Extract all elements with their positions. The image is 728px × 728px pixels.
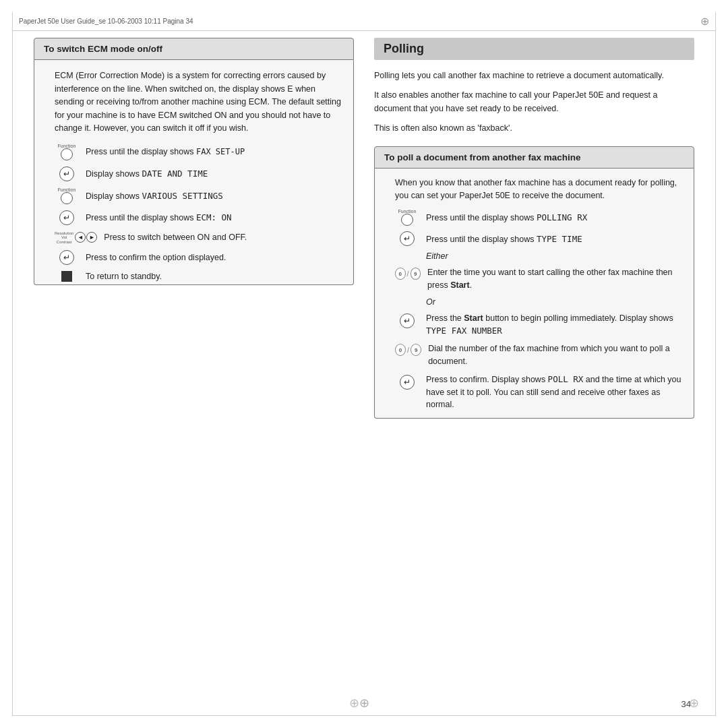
main-content: To switch ECM mode on/off ECM (Error Cor… — [34, 38, 694, 691]
function-icon-2: Function — [55, 187, 79, 204]
poll-enter-icon-1: ↵ — [395, 231, 419, 246]
header-crosshair: ⊕ — [700, 15, 709, 28]
poll-box-header: To poll a document from another fax mach… — [374, 146, 694, 169]
poll-step-5: 0 / 9 Dial the number of the fax machine… — [395, 342, 686, 368]
page-border-right — [715, 12, 716, 716]
poll-enter-icon-3: ↵ — [395, 373, 419, 390]
ecm-step-4: ↵ Press until the display shows ECM: ON — [55, 210, 344, 225]
polling-intro-2: It also enables another fax machine to c… — [374, 89, 694, 115]
step-7-text: To return to standby. — [86, 272, 162, 281]
enter-icon-3: ↵ — [55, 250, 79, 265]
right-column: Polling Polling lets you call another fa… — [374, 38, 694, 691]
ecm-step-2: ↵ Display shows DATE AND TIME — [55, 166, 344, 181]
either-label: Either — [426, 251, 448, 261]
poll-step-1: Function Press until the display shows P… — [395, 209, 686, 226]
ecm-box-header: To switch ECM mode on/off — [34, 38, 354, 60]
ecm-step-3: Function Display shows VARIOUS SETTINGS — [55, 187, 344, 204]
page-border-bottom — [12, 715, 716, 716]
poll-step-6-text: Press to confirm. Display shows POLL RX … — [426, 373, 686, 411]
ecm-description: ECM (Error Correction Mode) is a system … — [55, 69, 344, 135]
ecm-box-body: ECM (Error Correction Mode) is a system … — [34, 60, 354, 285]
bottom-center-crosshair: ⊕ — [359, 696, 369, 710]
poll-step-6: ↵ Press to confirm. Display shows POLL R… — [395, 373, 686, 411]
ecm-box: To switch ECM mode on/off ECM (Error Cor… — [34, 38, 354, 285]
ecm-step-7: To return to standby. — [55, 271, 344, 282]
ecm-steps: Function Press until the display shows F… — [55, 144, 344, 282]
polling-intro-3: This is often also known as 'faxback'. — [374, 122, 694, 135]
ecm-step-1: Function Press until the display shows F… — [55, 144, 344, 160]
poll-step-2: ↵ Press until the display shows TYPE TIM… — [395, 231, 686, 246]
enter-icon-1: ↵ — [55, 166, 79, 181]
poll-box: To poll a document from another fax mach… — [374, 146, 694, 419]
step-1-text: Press until the display shows FAX SET-UP — [86, 147, 245, 156]
stop-icon — [55, 271, 79, 282]
poll-or: Or — [426, 297, 686, 307]
step-6-text: Press to confirm the option displayed. — [86, 253, 226, 262]
header-bar: PaperJet 50e User Guide_se 10-06-2003 10… — [12, 12, 716, 31]
poll-steps: Function Press until the display shows P… — [395, 209, 686, 411]
poll-numpad-icon-1: 0 / 9 — [395, 266, 421, 280]
ecm-step-5: ResolutionVolContrast ◄ ► Press to switc… — [55, 231, 344, 245]
step-4-text: Press until the display shows ECM: ON — [86, 212, 232, 222]
step-2-text: Display shows DATE AND TIME — [86, 169, 208, 179]
poll-box-body: When you know that another fax machine h… — [374, 169, 694, 419]
step-3-text: Display shows VARIOUS SETTINGS — [86, 191, 223, 201]
poll-step-5-text: Dial the number of the fax machine from … — [428, 342, 686, 368]
ecm-step-6: ↵ Press to confirm the option displayed. — [55, 250, 344, 265]
poll-step-3-text: Enter the time you want to start calling… — [427, 266, 686, 292]
poll-enter-icon-2: ↵ — [395, 312, 419, 328]
page-border-left — [12, 12, 13, 716]
poll-step-1-text: Press until the display shows POLLING RX — [426, 212, 587, 222]
poll-numpad-icon-2: 0 / 9 — [395, 342, 421, 356]
enter-icon-2: ↵ — [55, 210, 79, 225]
poll-function-icon-1: Function — [395, 209, 419, 226]
step-5-text: Press to switch between ON and OFF. — [104, 233, 247, 242]
poll-step-3: 0 / 9 Enter the time you want to start c… — [395, 266, 686, 292]
page-number: 34 — [681, 699, 691, 709]
left-column: To switch ECM mode on/off ECM (Error Cor… — [34, 38, 354, 691]
header-text: PaperJet 50e User Guide_se 10-06-2003 10… — [19, 18, 193, 25]
polling-section-title: Polling — [374, 38, 694, 60]
nav-icon: ResolutionVolContrast ◄ ► — [55, 231, 97, 245]
poll-step-4: ↵ Press the Start button to begin pollin… — [395, 312, 686, 338]
poll-either: Either — [426, 251, 686, 261]
function-icon-1: Function — [55, 144, 79, 160]
crosshair-bottom-left: ⊕ — [349, 696, 359, 710]
polling-intro-1: Polling lets you call another fax machin… — [374, 69, 694, 82]
poll-step-2-text: Press until the display shows TYPE TIME — [426, 234, 582, 244]
poll-intro: When you know that another fax machine h… — [395, 177, 686, 203]
or-label: Or — [426, 297, 435, 307]
poll-step-4-text: Press the Start button to begin polling … — [426, 312, 686, 338]
